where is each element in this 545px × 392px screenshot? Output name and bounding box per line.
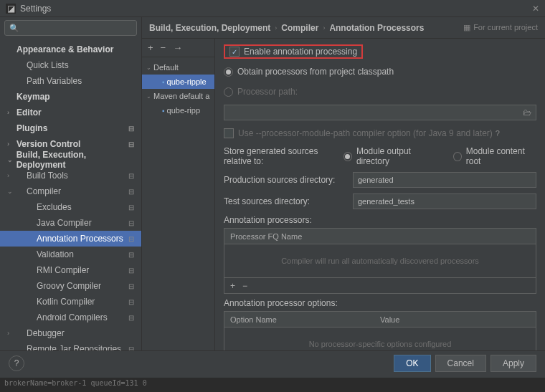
store-radio-output[interactable] (343, 152, 352, 161)
help-button[interactable]: ? (9, 355, 24, 371)
sidebar-item[interactable]: ⌄Compiler⊟ (0, 183, 141, 199)
search-field[interactable] (22, 24, 132, 32)
prod-input[interactable] (353, 172, 536, 188)
dialog-footer: ? OK Cancel Apply (0, 350, 545, 375)
project-config-icon: ⊟ (128, 267, 134, 274)
opt-section-label: Annotation processor options: (224, 298, 536, 308)
search-icon: 🔍 (9, 24, 19, 33)
processor-path-input[interactable]: 🗁 (224, 105, 536, 120)
project-config-icon: ⊟ (128, 314, 134, 322)
sidebar-item[interactable]: RMI Compiler⊟ (0, 262, 141, 278)
ap-empty: Compiler will run all automatically disc… (224, 244, 536, 277)
module-icon: ▪ (162, 107, 165, 115)
enable-label: Enable annotation processing (244, 47, 357, 57)
enable-highlight: ✓ Enable annotation processing (224, 44, 363, 59)
project-config-icon: ⊟ (128, 140, 134, 148)
test-label: Test sources directory: (224, 196, 353, 206)
sidebar-item[interactable]: Java Compiler⊟ (0, 215, 141, 231)
modpath-checkbox[interactable] (224, 128, 234, 138)
store-radio-output-label: Module output directory (356, 146, 440, 166)
prod-label: Production sources directory: (224, 175, 353, 185)
ok-button[interactable]: OK (394, 355, 430, 372)
breadcrumb-c: Annotation Processors (329, 23, 424, 33)
profile-item[interactable]: ⌄Default (142, 60, 214, 75)
help-icon[interactable]: ? (496, 129, 500, 138)
sidebar-item[interactable]: Android Compilers⊟ (0, 310, 141, 325)
statusbar: brokerName=broker-1 queueId=131 0 (0, 378, 545, 392)
profiles-tree: ⌄Default▪qube-ripple⌄Maven default a▪qub… (142, 57, 214, 370)
sidebar-item[interactable]: ›Editor (0, 105, 141, 120)
modpath-label: Use --processor-module-path compiler opt… (238, 128, 493, 138)
titlebar: ◪ Settings ✕ (0, 0, 545, 17)
obtain-radio[interactable] (224, 67, 233, 77)
store-radio-content-label: Module content root (466, 146, 536, 166)
enable-checkbox[interactable]: ✓ (229, 47, 240, 57)
test-input[interactable] (353, 193, 536, 209)
sidebar-item[interactable]: Excludes⊟ (0, 199, 141, 215)
chevron-right-icon: › (275, 24, 277, 32)
breadcrumb: Build, Execution, Deployment › Compiler … (142, 17, 545, 39)
sidebar-item[interactable]: Path Variables (0, 73, 141, 89)
project-icon: ▦ (463, 23, 470, 32)
add-profile-button[interactable]: + (148, 42, 153, 53)
ap-section-label: Annotation processors: (224, 215, 536, 225)
sidebar: 🔍 Appearance & BehaviorQuick ListsPath V… (0, 17, 142, 370)
sidebar-item[interactable]: ›Debugger (0, 325, 141, 341)
remove-profile-button[interactable]: − (161, 42, 166, 53)
profile-item[interactable]: ⌄Maven default a (142, 89, 214, 103)
apply-button[interactable]: Apply (490, 355, 536, 372)
obtain-label: Obtain processors from project classpath (237, 67, 394, 77)
move-profile-button[interactable]: → (173, 42, 182, 53)
ap-remove-button[interactable]: − (242, 281, 247, 291)
chevron-right-icon: › (323, 24, 325, 32)
settings-pane: ✓ Enable annotation processing Obtain pr… (215, 39, 545, 370)
sidebar-item[interactable]: Plugins⊟ (0, 120, 141, 136)
search-input[interactable]: 🔍 (4, 20, 137, 36)
window-title: Settings (20, 4, 51, 14)
browse-icon[interactable]: 🗁 (518, 107, 536, 118)
procpath-radio[interactable] (224, 87, 233, 97)
store-radio-content[interactable] (453, 152, 462, 161)
app-icon: ◪ (6, 4, 16, 14)
ap-table: Processor FQ Name Compiler will run all … (224, 228, 536, 294)
cancel-button[interactable]: Cancel (435, 355, 486, 372)
project-config-icon: ⊟ (128, 125, 134, 133)
project-config-icon: ⊟ (128, 219, 134, 227)
project-config-icon: ⊟ (128, 235, 134, 243)
sidebar-item[interactable]: Keymap (0, 89, 141, 105)
sidebar-item[interactable]: Kotlin Compiler⊟ (0, 294, 141, 310)
project-config-icon: ⊟ (128, 172, 134, 180)
breadcrumb-b[interactable]: Compiler (281, 23, 318, 33)
project-config-icon: ⊟ (128, 204, 134, 211)
settings-tree: Appearance & BehaviorQuick ListsPath Var… (0, 39, 141, 370)
ap-header: Processor FQ Name (230, 232, 530, 241)
sidebar-item[interactable]: Groovy Compiler⊟ (0, 278, 141, 294)
profile-item[interactable]: ▪qube-ripp (142, 103, 214, 118)
sidebar-item[interactable]: ›Build Tools⊟ (0, 168, 141, 183)
opt-header-value: Value (380, 315, 530, 324)
sidebar-item[interactable]: Appearance & Behavior (0, 42, 141, 57)
close-icon[interactable]: ✕ (532, 4, 539, 14)
procpath-label: Processor path: (237, 87, 298, 97)
sidebar-item[interactable]: Quick Lists (0, 57, 141, 73)
module-icon: ▪ (162, 78, 165, 86)
profile-item[interactable]: ▪qube-ripple (142, 75, 214, 89)
opt-header-name: Option Name (230, 315, 380, 324)
sidebar-item[interactable]: Annotation Processors⊟ (0, 231, 141, 247)
sidebar-item[interactable]: Validation⊟ (0, 247, 141, 262)
breadcrumb-a[interactable]: Build, Execution, Deployment (149, 23, 270, 33)
project-config-icon: ⊟ (128, 251, 134, 259)
store-label: Store generated sources relative to: (224, 146, 343, 166)
project-config-icon: ⊟ (128, 188, 134, 196)
profiles-panel: + − → ⌄Default▪qube-ripple⌄Maven default… (142, 39, 215, 370)
project-config-icon: ⊟ (128, 298, 134, 306)
sidebar-item[interactable]: ⌄Build, Execution, Deployment (0, 152, 141, 168)
project-config-icon: ⊟ (128, 282, 134, 290)
ap-add-button[interactable]: + (230, 281, 235, 291)
scope-hint: For current project (473, 23, 538, 32)
